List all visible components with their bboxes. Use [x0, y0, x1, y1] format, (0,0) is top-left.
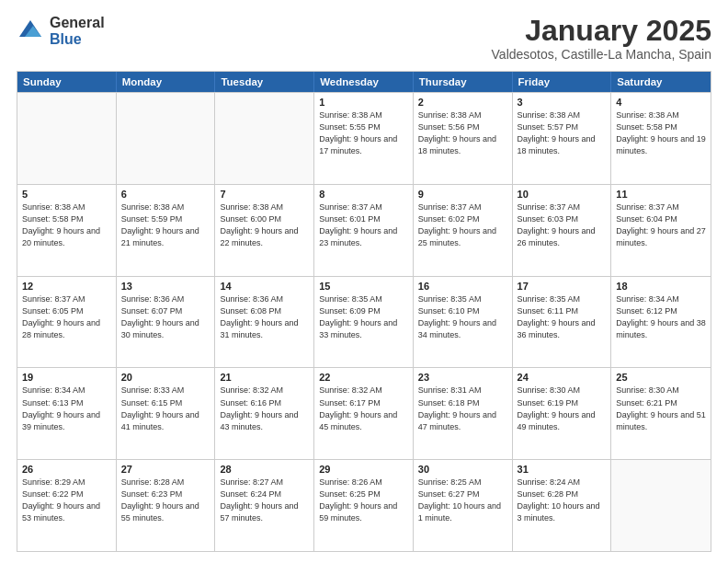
cell-date: 28 [220, 464, 309, 475]
cal-cell-6: 6Sunrise: 8:38 AMSunset: 5:59 PMDaylight… [117, 185, 216, 276]
logo-icon [17, 17, 44, 45]
cell-date: 24 [518, 372, 607, 383]
cal-cell-17: 17Sunrise: 8:35 AMSunset: 6:11 PMDayligh… [513, 277, 612, 368]
cell-info: Sunrise: 8:27 AMSunset: 6:24 PMDaylight:… [220, 477, 309, 524]
cal-cell-5: 5Sunrise: 8:38 AMSunset: 5:58 PMDaylight… [17, 185, 117, 276]
calendar-subtitle: Valdesotos, Castille-La Mancha, Spain [492, 47, 711, 62]
cal-cell-20: 20Sunrise: 8:33 AMSunset: 6:15 PMDayligh… [117, 368, 216, 459]
cell-info: Sunrise: 8:34 AMSunset: 6:12 PMDaylight:… [616, 293, 706, 341]
cell-info: Sunrise: 8:37 AMSunset: 6:03 PMDaylight:… [518, 201, 607, 249]
cell-date: 3 [518, 97, 607, 108]
cell-info: Sunrise: 8:37 AMSunset: 6:01 PMDaylight:… [319, 201, 408, 249]
cell-date: 29 [319, 464, 408, 475]
calendar-title: January 2025 [492, 15, 711, 47]
cell-info: Sunrise: 8:38 AMSunset: 5:55 PMDaylight:… [319, 109, 408, 157]
cell-date: 9 [418, 189, 507, 200]
cal-cell-22: 22Sunrise: 8:32 AMSunset: 6:17 PMDayligh… [314, 368, 414, 459]
cell-date: 31 [518, 464, 607, 475]
cal-cell-14: 14Sunrise: 8:36 AMSunset: 6:08 PMDayligh… [215, 277, 314, 368]
cell-date: 1 [319, 97, 408, 108]
cal-cell-4: 4Sunrise: 8:38 AMSunset: 5:58 PMDaylight… [611, 93, 711, 184]
logo-general: General [50, 15, 105, 31]
cell-info: Sunrise: 8:31 AMSunset: 6:18 PMDaylight:… [418, 385, 507, 432]
cal-cell-10: 10Sunrise: 8:37 AMSunset: 6:03 PMDayligh… [513, 185, 612, 276]
cell-info: Sunrise: 8:37 AMSunset: 6:05 PMDaylight:… [22, 293, 111, 341]
cal-cell-9: 9Sunrise: 8:37 AMSunset: 6:02 PMDaylight… [414, 185, 513, 276]
cell-info: Sunrise: 8:37 AMSunset: 6:04 PMDaylight:… [616, 201, 706, 249]
cell-date: 7 [220, 189, 309, 200]
cal-cell-30: 30Sunrise: 8:25 AMSunset: 6:27 PMDayligh… [414, 460, 513, 551]
cell-info: Sunrise: 8:26 AMSunset: 6:25 PMDaylight:… [319, 477, 408, 524]
cal-week-0: 1Sunrise: 8:38 AMSunset: 5:55 PMDaylight… [17, 92, 711, 184]
cal-cell-2: 2Sunrise: 8:38 AMSunset: 5:56 PMDaylight… [414, 93, 513, 184]
cell-info: Sunrise: 8:35 AMSunset: 6:11 PMDaylight:… [518, 293, 607, 341]
cell-info: Sunrise: 8:38 AMSunset: 5:59 PMDaylight:… [121, 201, 210, 249]
page: General Blue January 2025 Valdesotos, Ca… [0, 0, 728, 563]
cell-info: Sunrise: 8:36 AMSunset: 6:07 PMDaylight:… [121, 293, 210, 341]
cell-date: 23 [418, 372, 507, 383]
calendar: SundayMondayTuesdayWednesdayThursdayFrid… [17, 71, 711, 552]
cal-cell-16: 16Sunrise: 8:35 AMSunset: 6:10 PMDayligh… [414, 277, 513, 368]
cal-cell-empty [215, 93, 314, 184]
cal-cell-19: 19Sunrise: 8:34 AMSunset: 6:13 PMDayligh… [17, 368, 117, 459]
cal-cell-empty [17, 93, 117, 184]
cell-info: Sunrise: 8:34 AMSunset: 6:13 PMDaylight:… [22, 385, 111, 432]
cell-date: 18 [616, 281, 706, 292]
cell-date: 15 [319, 281, 408, 292]
cell-info: Sunrise: 8:38 AMSunset: 5:56 PMDaylight:… [418, 109, 507, 157]
title-block: January 2025 Valdesotos, Castille-La Man… [492, 15, 711, 62]
cell-date: 30 [418, 464, 507, 475]
cal-header-cell-saturday: Saturday [611, 72, 711, 92]
cell-date: 4 [616, 97, 706, 108]
cal-header-cell-tuesday: Tuesday [215, 72, 314, 92]
logo-text: General Blue [50, 15, 105, 47]
cal-week-3: 19Sunrise: 8:34 AMSunset: 6:13 PMDayligh… [17, 367, 711, 459]
cal-cell-29: 29Sunrise: 8:26 AMSunset: 6:25 PMDayligh… [314, 460, 414, 551]
cell-info: Sunrise: 8:36 AMSunset: 6:08 PMDaylight:… [220, 293, 309, 341]
logo: General Blue [17, 15, 105, 47]
cell-info: Sunrise: 8:38 AMSunset: 5:58 PMDaylight:… [22, 201, 111, 249]
cell-date: 27 [121, 464, 210, 475]
cal-cell-27: 27Sunrise: 8:28 AMSunset: 6:23 PMDayligh… [117, 460, 216, 551]
cal-cell-12: 12Sunrise: 8:37 AMSunset: 6:05 PMDayligh… [17, 277, 117, 368]
cal-cell-13: 13Sunrise: 8:36 AMSunset: 6:07 PMDayligh… [117, 277, 216, 368]
cal-week-1: 5Sunrise: 8:38 AMSunset: 5:58 PMDaylight… [17, 184, 711, 276]
calendar-header-row: SundayMondayTuesdayWednesdayThursdayFrid… [17, 72, 711, 92]
cal-header-cell-thursday: Thursday [414, 72, 513, 92]
cell-date: 16 [418, 281, 507, 292]
cal-header-cell-monday: Monday [117, 72, 216, 92]
header: General Blue January 2025 Valdesotos, Ca… [17, 15, 711, 62]
cal-cell-31: 31Sunrise: 8:24 AMSunset: 6:28 PMDayligh… [513, 460, 612, 551]
cell-date: 2 [418, 97, 507, 108]
cell-date: 19 [22, 372, 111, 383]
cell-date: 13 [121, 281, 210, 292]
cal-cell-8: 8Sunrise: 8:37 AMSunset: 6:01 PMDaylight… [314, 185, 414, 276]
cell-date: 20 [121, 372, 210, 383]
logo-blue: Blue [50, 31, 105, 48]
cell-info: Sunrise: 8:30 AMSunset: 6:21 PMDaylight:… [616, 385, 706, 432]
cal-header-cell-friday: Friday [513, 72, 612, 92]
cell-date: 8 [319, 189, 408, 200]
cal-cell-26: 26Sunrise: 8:29 AMSunset: 6:22 PMDayligh… [17, 460, 117, 551]
cell-info: Sunrise: 8:35 AMSunset: 6:10 PMDaylight:… [418, 293, 507, 341]
cell-info: Sunrise: 8:38 AMSunset: 5:58 PMDaylight:… [616, 109, 706, 157]
cell-date: 14 [220, 281, 309, 292]
cell-info: Sunrise: 8:28 AMSunset: 6:23 PMDaylight:… [121, 477, 210, 524]
cal-cell-11: 11Sunrise: 8:37 AMSunset: 6:04 PMDayligh… [611, 185, 711, 276]
cal-cell-empty [611, 460, 711, 551]
cell-info: Sunrise: 8:32 AMSunset: 6:17 PMDaylight:… [319, 385, 408, 432]
cal-header-cell-wednesday: Wednesday [314, 72, 414, 92]
cal-cell-24: 24Sunrise: 8:30 AMSunset: 6:19 PMDayligh… [513, 368, 612, 459]
cal-cell-empty [117, 93, 216, 184]
cal-cell-15: 15Sunrise: 8:35 AMSunset: 6:09 PMDayligh… [314, 277, 414, 368]
cell-date: 21 [220, 372, 309, 383]
cal-cell-21: 21Sunrise: 8:32 AMSunset: 6:16 PMDayligh… [215, 368, 314, 459]
cal-header-cell-sunday: Sunday [17, 72, 117, 92]
cell-date: 26 [22, 464, 111, 475]
cal-cell-3: 3Sunrise: 8:38 AMSunset: 5:57 PMDaylight… [513, 93, 612, 184]
cell-date: 25 [616, 372, 706, 383]
cal-cell-1: 1Sunrise: 8:38 AMSunset: 5:55 PMDaylight… [314, 93, 414, 184]
cal-cell-18: 18Sunrise: 8:34 AMSunset: 6:12 PMDayligh… [611, 277, 711, 368]
cell-info: Sunrise: 8:25 AMSunset: 6:27 PMDaylight:… [418, 477, 507, 524]
cal-cell-7: 7Sunrise: 8:38 AMSunset: 6:00 PMDaylight… [215, 185, 314, 276]
